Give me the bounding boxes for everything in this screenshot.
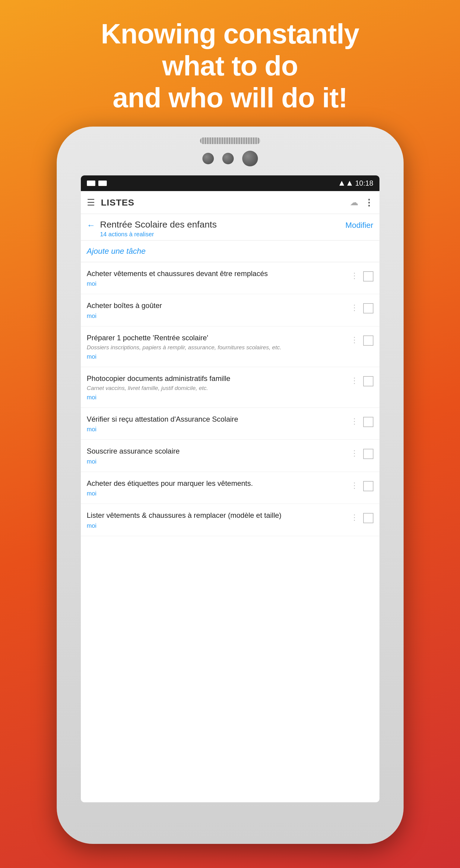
task-checkbox[interactable] — [363, 271, 373, 281]
list-subtitle: 14 actions à realiser — [100, 231, 346, 238]
actions-count: 14 actions — [100, 231, 127, 238]
task-assignee: moi — [87, 313, 346, 319]
task-content: Souscrire assurance scolaire moi — [87, 446, 346, 465]
task-content: Acheter boîtes à goûter moi — [87, 301, 346, 319]
modifier-button[interactable]: Modifier — [345, 221, 373, 230]
task-content: Acheter des étiquettes pour marquer les … — [87, 478, 346, 497]
list-title-group: Rentrée Scolaire des enfants 14 actions … — [100, 219, 346, 238]
task-assignee: moi — [87, 394, 346, 401]
front-camera — [242, 151, 258, 166]
sim-icon2 — [98, 181, 107, 186]
list-title: Rentrée Scolaire des enfants — [100, 219, 346, 230]
status-time: 10:18 — [355, 179, 373, 187]
task-item: Acheter boîtes à goûter moi ⋮ — [81, 294, 379, 326]
task-assignee: moi — [87, 426, 346, 433]
task-item: Souscrire assurance scolaire moi ⋮ — [81, 440, 379, 472]
task-menu-icon[interactable]: ⋮ — [346, 481, 363, 490]
cloud-icon[interactable]: ☁ — [350, 197, 358, 207]
task-item: Photocopier documents administratifs fam… — [81, 367, 379, 408]
camera-row — [202, 151, 258, 166]
task-title: Souscrire assurance scolaire — [87, 446, 346, 456]
task-title: Acheter boîtes à goûter — [87, 301, 346, 310]
hero-line1: Knowing constantly — [24, 18, 436, 50]
task-assignee: moi — [87, 458, 346, 465]
front-sensor — [202, 153, 214, 164]
list-header: ← Rentrée Scolaire des enfants 14 action… — [81, 214, 379, 241]
task-title: Préparer 1 pochette 'Rentrée scolaire' — [87, 333, 346, 343]
speaker-grill — [200, 137, 260, 144]
task-assignee: moi — [87, 490, 346, 497]
task-menu-icon[interactable]: ⋮ — [346, 513, 363, 522]
app-bar: ☰ LISTES ☁ ⋮ — [81, 191, 379, 214]
sim-icon1 — [87, 181, 95, 186]
task-title: Acheter vêtements et chaussures devant ê… — [87, 269, 346, 278]
task-checkbox[interactable] — [363, 336, 373, 346]
task-assignee: moi — [87, 522, 346, 529]
task-item: Acheter vêtements et chaussures devant ê… — [81, 262, 379, 294]
task-menu-icon[interactable]: ⋮ — [346, 271, 363, 281]
task-content: Acheter vêtements et chaussures devant ê… — [87, 269, 346, 287]
task-menu-icon[interactable]: ⋮ — [346, 449, 363, 458]
task-checkbox[interactable] — [363, 481, 373, 491]
phone-screen: 10:18 ☰ LISTES ☁ ⋮ ← Rentrée Scolaire de… — [81, 176, 379, 802]
phone-mockup: 10:18 ☰ LISTES ☁ ⋮ ← Rentrée Scolaire de… — [57, 127, 404, 844]
task-note: Dossiers inscriptions, papiers à remplir… — [87, 344, 346, 351]
hero-line3: and who will do it! — [24, 82, 436, 114]
task-checkbox[interactable] — [363, 376, 373, 386]
task-content: Lister vêtements & chaussures à remplace… — [87, 510, 346, 529]
signal-icon — [339, 181, 344, 186]
task-title: Photocopier documents administratifs fam… — [87, 374, 346, 383]
task-title: Acheter des étiquettes pour marquer les … — [87, 478, 346, 488]
hero-line2: what to do — [24, 50, 436, 82]
task-checkbox[interactable] — [363, 417, 373, 427]
task-item: Acheter des étiquettes pour marquer les … — [81, 472, 379, 504]
task-list: Acheter vêtements et chaussures devant ê… — [81, 262, 379, 802]
signal-icon2 — [347, 181, 352, 186]
actions-suffix: à realiser — [127, 231, 154, 238]
task-title: Vérifier si reçu attestation d'Assurance… — [87, 414, 346, 424]
task-menu-icon[interactable]: ⋮ — [346, 303, 363, 313]
more-options-icon[interactable]: ⋮ — [364, 197, 373, 208]
task-menu-icon[interactable]: ⋮ — [346, 376, 363, 385]
task-checkbox[interactable] — [363, 303, 373, 313]
task-item: Vérifier si reçu attestation d'Assurance… — [81, 408, 379, 440]
task-content: Photocopier documents administratifs fam… — [87, 374, 346, 401]
task-menu-icon[interactable]: ⋮ — [346, 417, 363, 426]
task-title: Lister vêtements & chaussures à remplace… — [87, 510, 346, 520]
task-note: Carnet vaccins, livret famille, justif d… — [87, 384, 346, 392]
task-checkbox[interactable] — [363, 449, 373, 459]
front-sensor2 — [222, 153, 234, 164]
hero-text: Knowing constantly what to do and who wi… — [0, 0, 460, 126]
task-assignee: moi — [87, 280, 346, 287]
add-task-label: Ajoute une tâche — [87, 247, 146, 255]
task-checkbox[interactable] — [363, 513, 373, 523]
hamburger-icon[interactable]: ☰ — [87, 197, 95, 208]
status-bar: 10:18 — [81, 176, 379, 191]
task-menu-icon[interactable]: ⋮ — [346, 336, 363, 345]
task-item: Lister vêtements & chaussures à remplace… — [81, 504, 379, 536]
app-bar-title: LISTES — [101, 197, 344, 208]
status-left — [87, 181, 107, 186]
task-item: Préparer 1 pochette 'Rentrée scolaire' D… — [81, 327, 379, 367]
back-arrow-icon[interactable]: ← — [87, 221, 95, 230]
add-task-row[interactable]: Ajoute une tâche — [81, 241, 379, 262]
task-assignee: moi — [87, 353, 346, 360]
status-right: 10:18 — [339, 179, 373, 187]
task-content: Préparer 1 pochette 'Rentrée scolaire' D… — [87, 333, 346, 360]
task-content: Vérifier si reçu attestation d'Assurance… — [87, 414, 346, 433]
